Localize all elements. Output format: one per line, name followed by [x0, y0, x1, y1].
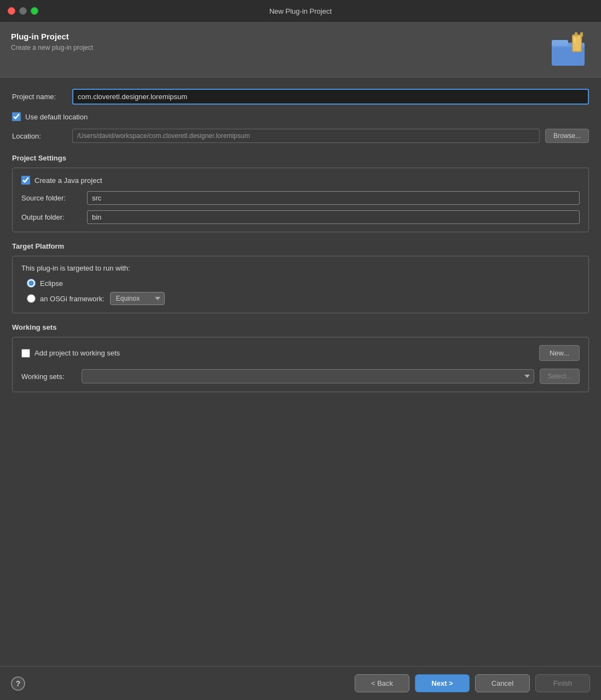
project-name-input[interactable] [72, 89, 589, 105]
working-sets-label: Working sets: [21, 372, 76, 381]
project-name-row: Project name: [12, 89, 589, 105]
window-controls[interactable] [8, 7, 38, 15]
eclipse-radio[interactable] [27, 279, 36, 288]
header-text-block: Plug-in Project Create a new plug-in pro… [11, 32, 93, 51]
project-settings-title: Project Settings [12, 154, 589, 162]
dialog-footer: ? < Back Next > Cancel Finish [0, 666, 601, 700]
svg-rect-5 [575, 32, 577, 37]
target-platform-title: Target Platform [12, 242, 589, 250]
maximize-button[interactable] [31, 7, 38, 15]
output-folder-input[interactable] [87, 210, 580, 224]
use-default-location-row: Use default location [12, 112, 589, 121]
create-java-label: Create a Java project [34, 176, 102, 185]
window-title: New Plug-in Project [269, 7, 332, 15]
working-sets-select[interactable] [82, 369, 534, 383]
header-title: Plug-in Project [11, 32, 93, 41]
eclipse-radio-row: Eclipse [27, 279, 580, 288]
select-working-set-button[interactable]: Select... [540, 369, 580, 384]
title-bar: New Plug-in Project [0, 0, 601, 22]
osgi-radio[interactable] [27, 294, 36, 303]
add-working-sets-label: Add project to working sets [34, 349, 120, 357]
create-java-checkbox[interactable] [21, 176, 30, 185]
source-folder-row: Source folder: [21, 191, 580, 205]
new-working-set-button[interactable]: New... [539, 345, 580, 361]
svg-rect-6 [580, 32, 583, 37]
osgi-label: an OSGi framework: [40, 295, 105, 303]
working-sets-title: Working sets [12, 323, 589, 331]
svg-rect-7 [574, 37, 576, 43]
project-name-label: Project name: [12, 93, 72, 101]
eclipse-label: Eclipse [40, 279, 63, 288]
osgi-framework-select[interactable]: Equinox Felix Knopflerfish [110, 292, 165, 305]
project-settings-panel: Create a Java project Source folder: Out… [12, 168, 589, 232]
cancel-button[interactable]: Cancel [475, 674, 530, 692]
dialog-header: Plug-in Project Create a new plug-in pro… [0, 22, 601, 78]
source-folder-label: Source folder: [21, 194, 87, 202]
add-working-sets-checkbox[interactable] [21, 349, 30, 358]
working-sets-panel: Add project to working sets New... Worki… [12, 337, 589, 392]
location-label: Location: [12, 132, 72, 140]
working-sets-row: Working sets: Select... [21, 369, 580, 384]
plugin-icon [549, 32, 590, 67]
output-folder-row: Output folder: [21, 210, 580, 224]
location-input[interactable] [72, 129, 540, 143]
source-folder-input[interactable] [87, 191, 580, 205]
add-working-sets-row: Add project to working sets [21, 349, 120, 358]
close-button[interactable] [8, 7, 15, 15]
browse-button[interactable]: Browse... [545, 129, 589, 143]
osgi-radio-row: an OSGi framework: Equinox Felix Knopfle… [27, 292, 580, 305]
help-button[interactable]: ? [11, 676, 25, 691]
back-button[interactable]: < Back [355, 674, 409, 692]
target-platform-panel: This plug-in is targeted to run with: Ec… [12, 256, 589, 313]
output-folder-label: Output folder: [21, 213, 87, 221]
footer-buttons: < Back Next > Cancel Finish [355, 674, 590, 692]
footer-left: ? [11, 676, 25, 691]
target-description: This plug-in is targeted to run with: [21, 264, 580, 272]
create-java-row: Create a Java project [21, 176, 580, 185]
use-default-location-label: Use default location [25, 113, 88, 121]
header-subtitle: Create a new plug-in project [11, 44, 93, 51]
use-default-location-checkbox[interactable] [12, 112, 21, 121]
next-button[interactable]: Next > [415, 674, 470, 692]
finish-button[interactable]: Finish [535, 674, 590, 692]
location-row: Location: Browse... [12, 129, 589, 143]
minimize-button[interactable] [19, 7, 27, 15]
form-body: Project name: Use default location Locat… [0, 78, 601, 666]
